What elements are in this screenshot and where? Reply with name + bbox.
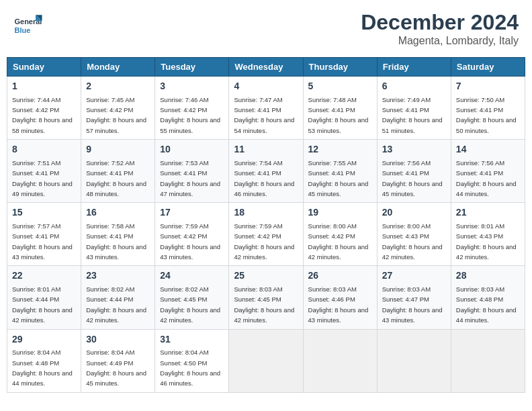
weekday-header-friday: Friday [377,58,451,77]
day-info: Sunrise: 8:04 AM Sunset: 4:48 PM Dayligh… [12,349,73,387]
day-info: Sunrise: 7:53 AM Sunset: 4:41 PM Dayligh… [160,159,220,197]
svg-text:Blue: Blue [14,26,30,34]
weekday-header-tuesday: Tuesday [155,58,229,77]
day-number: 30 [86,333,150,347]
calendar-cell [303,329,377,392]
day-number: 13 [382,143,446,156]
calendar-week-row: 8 Sunrise: 7:51 AM Sunset: 4:41 PM Dayli… [7,140,525,203]
logo-icon: General Blue [13,10,43,40]
calendar-cell [377,329,451,392]
day-info: Sunrise: 8:01 AM Sunset: 4:44 PM Dayligh… [12,285,73,324]
day-number: 20 [382,206,446,220]
weekday-header-row: SundayMondayTuesdayWednesdayThursdayFrid… [7,58,525,77]
day-number: 28 [456,269,520,283]
day-number: 24 [160,269,224,283]
calendar-week-row: 22 Sunrise: 8:01 AM Sunset: 4:44 PM Dayl… [7,266,525,329]
day-number: 17 [160,206,224,220]
day-info: Sunrise: 8:03 AM Sunset: 4:47 PM Dayligh… [382,285,443,324]
day-info: Sunrise: 7:56 AM Sunset: 4:41 PM Dayligh… [382,159,443,197]
day-info: Sunrise: 7:59 AM Sunset: 4:42 PM Dayligh… [234,222,294,261]
day-number: 10 [160,143,224,156]
calendar-cell: 11 Sunrise: 7:54 AM Sunset: 4:41 PM Dayl… [229,140,303,203]
calendar-cell: 3 Sunrise: 7:46 AM Sunset: 4:42 PM Dayli… [155,77,229,140]
calendar-cell: 25 Sunrise: 8:03 AM Sunset: 4:45 PM Dayl… [229,266,303,329]
calendar-cell: 28 Sunrise: 8:03 AM Sunset: 4:48 PM Dayl… [451,266,525,329]
day-info: Sunrise: 8:03 AM Sunset: 4:45 PM Dayligh… [234,285,294,324]
calendar-week-row: 1 Sunrise: 7:44 AM Sunset: 4:42 PM Dayli… [7,77,525,140]
calendar-week-row: 29 Sunrise: 8:04 AM Sunset: 4:48 PM Dayl… [7,329,525,392]
day-number: 1 [12,80,76,93]
calendar-cell: 29 Sunrise: 8:04 AM Sunset: 4:48 PM Dayl… [7,329,81,392]
day-number: 14 [456,143,520,156]
day-info: Sunrise: 7:55 AM Sunset: 4:41 PM Dayligh… [308,159,369,197]
calendar-cell: 7 Sunrise: 7:50 AM Sunset: 4:41 PM Dayli… [451,77,525,140]
calendar-cell: 6 Sunrise: 7:49 AM Sunset: 4:41 PM Dayli… [377,77,451,140]
day-number: 15 [12,206,76,220]
day-number: 12 [308,143,372,156]
calendar-cell: 14 Sunrise: 7:56 AM Sunset: 4:41 PM Dayl… [451,140,525,203]
day-number: 23 [86,269,150,283]
calendar-cell: 27 Sunrise: 8:03 AM Sunset: 4:47 PM Dayl… [377,266,451,329]
calendar-cell: 12 Sunrise: 7:55 AM Sunset: 4:41 PM Dayl… [303,140,377,203]
weekday-header-wednesday: Wednesday [229,58,303,77]
day-number: 2 [86,80,150,93]
title-block: December 2024 Magenta, Lombardy, Italy [361,10,519,47]
day-number: 5 [308,80,372,93]
calendar-cell: 5 Sunrise: 7:48 AM Sunset: 4:41 PM Dayli… [303,77,377,140]
calendar-cell: 1 Sunrise: 7:44 AM Sunset: 4:42 PM Dayli… [7,77,81,140]
calendar-cell: 31 Sunrise: 8:04 AM Sunset: 4:50 PM Dayl… [155,329,229,392]
calendar-cell [451,329,525,392]
day-info: Sunrise: 7:57 AM Sunset: 4:41 PM Dayligh… [12,222,73,261]
day-info: Sunrise: 7:47 AM Sunset: 4:41 PM Dayligh… [234,96,294,134]
day-info: Sunrise: 8:02 AM Sunset: 4:45 PM Dayligh… [160,285,220,324]
day-number: 4 [234,80,298,93]
location-title: Magenta, Lombardy, Italy [361,35,519,47]
day-number: 31 [160,333,224,347]
calendar-cell: 17 Sunrise: 7:59 AM Sunset: 4:42 PM Dayl… [155,203,229,266]
day-info: Sunrise: 7:49 AM Sunset: 4:41 PM Dayligh… [382,96,443,134]
calendar-cell: 30 Sunrise: 8:04 AM Sunset: 4:49 PM Dayl… [81,329,155,392]
day-number: 16 [86,206,150,220]
calendar-cell: 18 Sunrise: 7:59 AM Sunset: 4:42 PM Dayl… [229,203,303,266]
day-number: 26 [308,269,372,283]
weekday-header-monday: Monday [81,58,155,77]
calendar-cell [229,329,303,392]
day-info: Sunrise: 7:45 AM Sunset: 4:42 PM Dayligh… [86,96,146,134]
day-info: Sunrise: 7:48 AM Sunset: 4:41 PM Dayligh… [308,96,369,134]
day-number: 7 [456,80,520,93]
calendar-cell: 20 Sunrise: 8:00 AM Sunset: 4:43 PM Dayl… [377,203,451,266]
calendar-cell: 23 Sunrise: 8:02 AM Sunset: 4:44 PM Dayl… [81,266,155,329]
day-number: 18 [234,206,298,220]
day-info: Sunrise: 7:54 AM Sunset: 4:41 PM Dayligh… [234,159,294,197]
calendar-cell: 21 Sunrise: 8:01 AM Sunset: 4:43 PM Dayl… [451,203,525,266]
calendar-cell: 16 Sunrise: 7:58 AM Sunset: 4:41 PM Dayl… [81,203,155,266]
calendar-cell: 8 Sunrise: 7:51 AM Sunset: 4:41 PM Dayli… [7,140,81,203]
day-info: Sunrise: 8:03 AM Sunset: 4:46 PM Dayligh… [308,285,369,324]
day-info: Sunrise: 7:50 AM Sunset: 4:41 PM Dayligh… [456,96,517,134]
day-info: Sunrise: 7:51 AM Sunset: 4:41 PM Dayligh… [12,159,73,197]
calendar-cell: 26 Sunrise: 8:03 AM Sunset: 4:46 PM Dayl… [303,266,377,329]
day-info: Sunrise: 8:03 AM Sunset: 4:48 PM Dayligh… [456,285,517,324]
day-info: Sunrise: 8:02 AM Sunset: 4:44 PM Dayligh… [86,285,146,324]
logo: General Blue [13,10,46,40]
day-number: 9 [86,143,150,156]
day-info: Sunrise: 8:04 AM Sunset: 4:50 PM Dayligh… [160,349,220,387]
day-number: 29 [12,333,76,347]
calendar-cell: 9 Sunrise: 7:52 AM Sunset: 4:41 PM Dayli… [81,140,155,203]
day-info: Sunrise: 7:58 AM Sunset: 4:41 PM Dayligh… [86,222,146,261]
day-number: 27 [382,269,446,283]
day-number: 8 [12,143,76,156]
calendar-cell: 4 Sunrise: 7:47 AM Sunset: 4:41 PM Dayli… [229,77,303,140]
calendar-cell: 2 Sunrise: 7:45 AM Sunset: 4:42 PM Dayli… [81,77,155,140]
day-info: Sunrise: 7:56 AM Sunset: 4:41 PM Dayligh… [456,159,517,197]
weekday-header-thursday: Thursday [303,58,377,77]
day-number: 11 [234,143,298,156]
day-number: 3 [160,80,224,93]
calendar-table: SundayMondayTuesdayWednesdayThursdayFrid… [7,57,525,393]
day-number: 19 [308,206,372,220]
day-info: Sunrise: 7:52 AM Sunset: 4:41 PM Dayligh… [86,159,146,197]
day-number: 21 [456,206,520,220]
day-info: Sunrise: 7:44 AM Sunset: 4:42 PM Dayligh… [12,96,73,134]
day-info: Sunrise: 7:46 AM Sunset: 4:42 PM Dayligh… [160,96,220,134]
calendar-cell: 22 Sunrise: 8:01 AM Sunset: 4:44 PM Dayl… [7,266,81,329]
